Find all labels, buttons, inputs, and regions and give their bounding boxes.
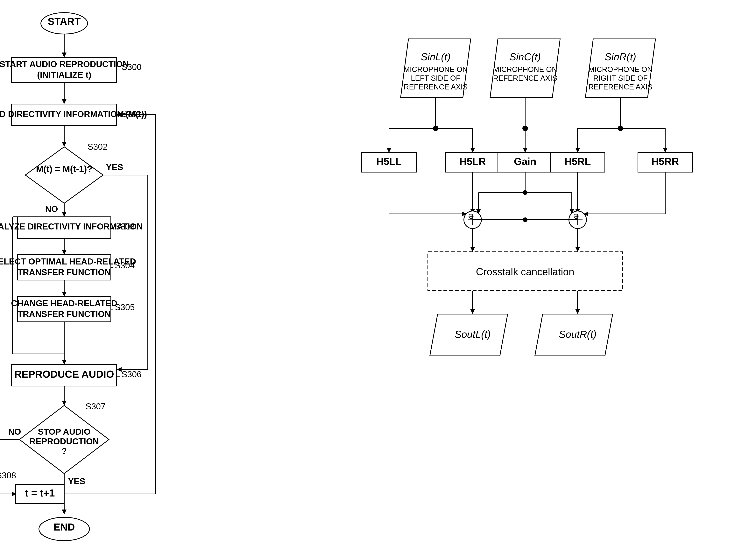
s306-text: REPRODUCE AUDIO (14, 369, 114, 380)
s304-label: S304 (115, 260, 135, 270)
sinc-desc2: REFERENCE AXIS (493, 74, 557, 82)
start-label: START (48, 16, 81, 27)
sinl-desc2: LEFT SIDE OF (411, 74, 460, 82)
sinr-desc3: REFERENCE AXIS (588, 83, 652, 91)
end-label: END (54, 521, 75, 533)
soutl-label: SoutL(t) (455, 329, 491, 340)
s307-yes: YES (68, 477, 85, 486)
sinl-label: SinL(t) (421, 51, 450, 62)
s300-label: S300 (122, 62, 142, 72)
s300-text-line2: (INITIALIZE t) (37, 70, 92, 79)
s305-text1: CHANGE HEAD-RELATED (11, 299, 117, 308)
s307-text2: REPRODUCTION (30, 437, 99, 446)
s302-yes: YES (106, 162, 123, 172)
h5lr-label: H5LR (459, 156, 486, 167)
h5rr-label: H5RR (651, 156, 679, 167)
s307-label: S307 (85, 402, 106, 411)
sinl-desc1: MICROPHONE ON (404, 65, 468, 73)
sum-left-symbol: ⊕ (468, 212, 474, 220)
s307-text1: STOP AUDIO (38, 427, 91, 437)
s302-text: M(t) = M(t-1)? (36, 164, 92, 174)
s306-label: S306 (122, 370, 142, 379)
s302-no: NO (45, 204, 58, 214)
s304-text2: TRANSFER FUNCTION (18, 268, 111, 277)
sinr-desc1: MICROPHONE ON (588, 65, 652, 73)
crosstalk-label: Crosstalk cancellation (476, 266, 574, 277)
diagram-container: START START AUDIO REPRODUCTION (INITIALI… (0, 0, 756, 556)
h5rl-label: H5RL (564, 156, 591, 167)
sinc-desc1: MICROPHONE ON (493, 65, 557, 73)
h5ll-label: H5LL (376, 156, 402, 167)
s308-text: t = t+1 (25, 487, 55, 499)
s301-label: S301 (122, 109, 142, 118)
sinc-label: SinC(t) (509, 51, 541, 62)
s305-text2: TRANSFER FUNCTION (18, 309, 111, 319)
s300-text-line1: START AUDIO REPRODUCTION (0, 59, 129, 69)
s305-label: S305 (115, 303, 135, 312)
sinr-label: SinR(t) (605, 51, 636, 62)
s307-no: NO (8, 427, 21, 437)
s307-text3: ? (62, 446, 67, 456)
sinr-desc2: RIGHT SIDE OF (593, 74, 648, 82)
sum-right-symbol: ⊕ (573, 212, 579, 220)
soutr-label: SoutR(t) (559, 329, 596, 340)
s302-label: S302 (88, 142, 108, 151)
gain-label: Gain (514, 156, 537, 167)
s303-label: S303 (115, 222, 135, 231)
sinl-desc3: REFERENCE AXIS (404, 83, 468, 91)
s308-label: S308 (0, 471, 16, 480)
